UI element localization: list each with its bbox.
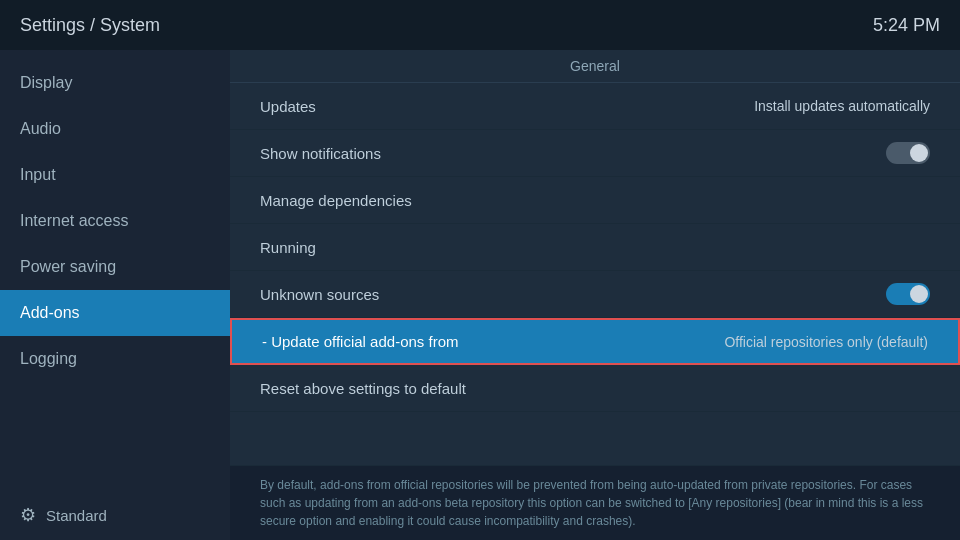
- sidebar-bottom: ⚙ Standard: [0, 490, 230, 540]
- sidebar: Display Audio Input Internet access Powe…: [0, 50, 230, 540]
- toggle-knob-2: [910, 285, 928, 303]
- toggle-knob: [910, 144, 928, 162]
- clock: 5:24 PM: [873, 15, 940, 36]
- page-title: Settings / System: [20, 15, 160, 36]
- unknown-sources-toggle[interactable]: [886, 283, 930, 305]
- sidebar-item-power-saving[interactable]: Power saving: [0, 244, 230, 290]
- sidebar-item-input[interactable]: Input: [0, 152, 230, 198]
- settings-row-manage-dependencies[interactable]: Manage dependencies: [230, 177, 960, 224]
- running-label: Running: [260, 239, 316, 256]
- settings-row-running[interactable]: Running: [230, 224, 960, 271]
- updates-label: Updates: [260, 98, 316, 115]
- update-official-add-ons-label: - Update official add-ons from: [262, 333, 459, 350]
- footer-description: By default, add-ons from official reposi…: [230, 465, 960, 540]
- header: Settings / System 5:24 PM: [0, 0, 960, 50]
- settings-list: Updates Install updates automatically Sh…: [230, 83, 960, 465]
- settings-row-unknown-sources[interactable]: Unknown sources: [230, 271, 960, 318]
- sidebar-item-audio[interactable]: Audio: [0, 106, 230, 152]
- sidebar-item-display[interactable]: Display: [0, 60, 230, 106]
- settings-row-reset-settings[interactable]: Reset above settings to default: [230, 365, 960, 412]
- reset-settings-label: Reset above settings to default: [260, 380, 466, 397]
- sidebar-item-logging[interactable]: Logging: [0, 336, 230, 382]
- updates-value: Install updates automatically: [754, 98, 930, 114]
- unknown-sources-label: Unknown sources: [260, 286, 379, 303]
- main-content: General Updates Install updates automati…: [230, 50, 960, 540]
- settings-row-updates[interactable]: Updates Install updates automatically: [230, 83, 960, 130]
- sidebar-item-add-ons[interactable]: Add-ons: [0, 290, 230, 336]
- section-header: General: [230, 50, 960, 83]
- settings-row-show-notifications[interactable]: Show notifications: [230, 130, 960, 177]
- main-layout: Display Audio Input Internet access Powe…: [0, 50, 960, 540]
- show-notifications-label: Show notifications: [260, 145, 381, 162]
- manage-dependencies-label: Manage dependencies: [260, 192, 412, 209]
- sidebar-item-internet-access[interactable]: Internet access: [0, 198, 230, 244]
- gear-icon: ⚙: [20, 504, 36, 526]
- update-official-add-ons-value: Official repositories only (default): [724, 334, 928, 350]
- settings-row-update-official-add-ons[interactable]: - Update official add-ons from Official …: [230, 318, 960, 365]
- show-notifications-toggle[interactable]: [886, 142, 930, 164]
- standard-label: Standard: [46, 507, 107, 524]
